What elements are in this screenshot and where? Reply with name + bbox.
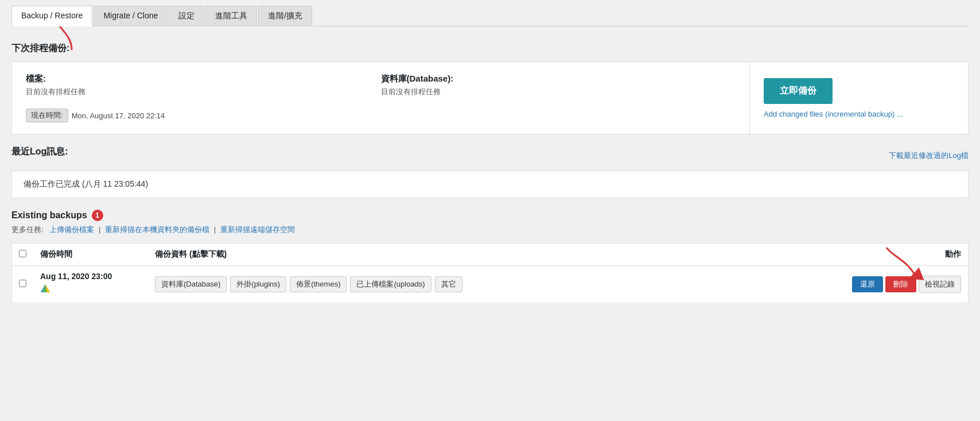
schedule-title-wrapper: 下次排程備份:: [11, 43, 969, 55]
database-status: 目前沒有排程任務: [381, 87, 725, 97]
th-time: 備份時間: [33, 244, 148, 266]
log-header: 最近Log訊息: 下載最近修改過的Log檔: [11, 146, 969, 165]
tab-bar: Backup / Restore Migrate / Clone 設定 進階工具…: [11, 6, 969, 26]
current-time-value: Mon, August 17, 2020 22:14: [72, 111, 165, 120]
th-data: 備份資料 (點擊下載): [148, 244, 825, 266]
existing-title: Existing backups: [11, 210, 87, 221]
th-checkbox: [12, 244, 34, 266]
page-wrapper: Backup / Restore Migrate / Clone 設定 進階工具…: [0, 0, 980, 326]
data-download-button[interactable]: 其它: [435, 276, 462, 292]
backup-icon: [40, 283, 141, 296]
table-header-row: 備份時間 備份資料 (點擊下載): [12, 244, 969, 266]
files-label: 檔案:: [26, 74, 370, 84]
th-action: 動作: [825, 244, 969, 266]
schedule-panel: 檔案: 目前沒有排程任務 資料庫(Database): 目前沒有排程任務 現在時…: [11, 61, 969, 134]
database-col: 資料庫(Database): 目前沒有排程任務: [381, 74, 736, 104]
schedule-left: 檔案: 目前沒有排程任務 資料庫(Database): 目前沒有排程任務 現在時…: [12, 62, 750, 134]
th-action-wrapper: 動作: [832, 249, 962, 260]
tab-advanced-expand[interactable]: 進階/擴充: [258, 6, 312, 26]
content-area: 下次排程備份: 檔案: 目前沒有排程任務: [11, 26, 969, 303]
log-section-title: 最近Log訊息:: [11, 146, 68, 158]
row-checkbox[interactable]: [19, 280, 26, 287]
current-time-label: 現在時間:: [26, 109, 68, 122]
files-col: 檔案: 目前沒有排程任務: [26, 74, 381, 104]
log-download-link[interactable]: 下載最近修改過的Log檔: [889, 150, 969, 161]
data-buttons-wrapper: 資料庫(Database)外掛(plugins)佈景(themes)已上傳檔案(…: [155, 276, 818, 292]
database-label: 資料庫(Database):: [381, 74, 725, 84]
more-tasks: 更多任務: 上傳備份檔案 | 重新掃描在本機資料夾的備份檔 | 重新掃描遠端儲存…: [11, 225, 969, 235]
existing-backups-section: Existing backups 1 更多任務: 上傳備份檔案 | 重新掃描在本…: [11, 210, 969, 303]
tab-settings[interactable]: 設定: [169, 6, 204, 26]
files-status: 目前沒有排程任務: [26, 87, 370, 97]
log-section: 最近Log訊息: 下載最近修改過的Log檔 備份工作已完成 (八月 11 23:…: [11, 146, 969, 198]
row-action-cell: 還原刪除檢視記錄: [825, 266, 969, 303]
backup-table: 備份時間 備份資料 (點擊下載): [11, 243, 969, 303]
data-download-button[interactable]: 資料庫(Database): [155, 276, 227, 292]
action-col-label: 動作: [945, 249, 961, 260]
tab-migrate-clone[interactable]: Migrate / Clone: [94, 6, 168, 26]
backup-now-button[interactable]: 立即備份: [764, 78, 833, 104]
schedule-right: 立即備份 Add changed files (incremental back…: [750, 62, 968, 134]
upload-backup-link[interactable]: 上傳備份檔案: [49, 225, 94, 234]
data-download-button[interactable]: 已上傳檔案(uploads): [350, 276, 431, 292]
tab-backup-restore[interactable]: Backup / Restore: [11, 6, 92, 26]
drive-icon: [40, 283, 50, 293]
rescan-local-link[interactable]: 重新掃描在本機資料夾的備份檔: [105, 225, 209, 234]
log-message: 備份工作已完成 (八月 11 23:05:44): [24, 179, 148, 188]
current-time-row: 現在時間: Mon, August 17, 2020 22:14: [26, 109, 736, 122]
incremental-backup-link[interactable]: Add changed files (incremental backup) .…: [764, 110, 903, 118]
row-data-cell: 資料庫(Database)外掛(plugins)佈景(themes)已上傳檔案(…: [148, 266, 825, 303]
action-buttons-wrapper: 還原刪除檢視記錄: [832, 276, 962, 293]
tab-advanced-tools[interactable]: 進階工具: [205, 6, 257, 26]
select-all-checkbox[interactable]: [19, 250, 26, 257]
backups-count-badge: 1: [92, 210, 103, 221]
rescan-remote-link[interactable]: 重新掃描遠端儲存空間: [220, 225, 295, 234]
log-box: 備份工作已完成 (八月 11 23:05:44): [11, 171, 969, 198]
row-checkbox-cell: [12, 266, 34, 303]
restore-button[interactable]: 還原: [852, 276, 883, 292]
table-row: Aug 11, 2020 23:00 資料庫(Database)外掛(plugi…: [12, 266, 969, 303]
data-download-button[interactable]: 佈景(themes): [290, 276, 347, 292]
more-tasks-label: 更多任務:: [11, 225, 44, 234]
row-time-cell: Aug 11, 2020 23:00: [33, 266, 148, 303]
delete-button[interactable]: 刪除: [885, 276, 916, 292]
data-download-button[interactable]: 外掛(plugins): [230, 276, 286, 292]
backup-table-body: Aug 11, 2020 23:00 資料庫(Database)外掛(plugi…: [12, 266, 969, 303]
schedule-section-title: 下次排程備份:: [11, 43, 969, 55]
schedule-cols: 檔案: 目前沒有排程任務 資料庫(Database): 目前沒有排程任務: [26, 74, 736, 104]
existing-header: Existing backups 1: [11, 210, 969, 221]
backup-time: Aug 11, 2020 23:00: [40, 272, 141, 281]
view-log-button[interactable]: 檢視記錄: [919, 276, 961, 293]
